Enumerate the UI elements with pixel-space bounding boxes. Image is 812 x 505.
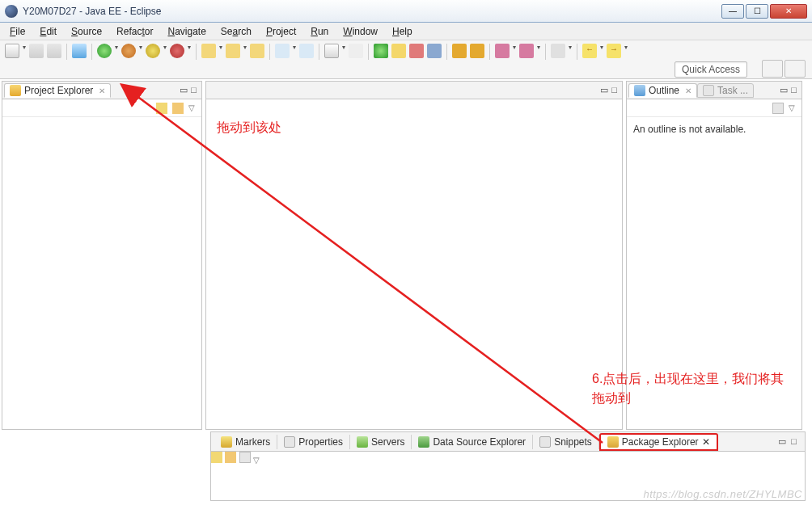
menu-window[interactable]: Window bbox=[336, 24, 384, 39]
package-explorer-tab[interactable]: Package Explorer ✕ bbox=[599, 433, 718, 451]
view-menu-icon[interactable]: ▽ bbox=[188, 103, 195, 112]
new-class-button[interactable] bbox=[226, 44, 240, 58]
view-minimize-button[interactable]: ▭ bbox=[180, 85, 188, 95]
eclipse-icon bbox=[5, 5, 18, 18]
pin-button[interactable] bbox=[551, 44, 565, 58]
watermark: https://blog.csdn.net/ZHYLMBC bbox=[643, 488, 802, 500]
servers-tab[interactable]: Servers bbox=[350, 435, 412, 449]
editor-minimize-button[interactable]: ▭ bbox=[600, 85, 608, 95]
new-package-button[interactable] bbox=[201, 44, 216, 58]
outline-tab[interactable]: Outline ✕ bbox=[628, 83, 697, 98]
view-minimize-button[interactable]: ▭ bbox=[778, 436, 786, 447]
data-source-label: Data Source Explorer bbox=[433, 436, 526, 448]
properties-label: Properties bbox=[298, 436, 343, 448]
task-icon bbox=[703, 85, 714, 96]
properties-tab[interactable]: Properties bbox=[277, 435, 350, 449]
window-title: Y20M07D27 - Java EE - Eclipse bbox=[23, 6, 721, 17]
marker-icon bbox=[221, 436, 232, 448]
markers-tab[interactable]: Markers bbox=[214, 435, 277, 449]
menu-search[interactable]: Search bbox=[214, 24, 258, 39]
new-folder-button[interactable] bbox=[250, 44, 264, 58]
step2-button[interactable] bbox=[470, 44, 484, 58]
main-toolbar: ▾ ▾ ▾ ▾ ▾ ▾ ▾ ▾ ▾ ▾ ▾ ▾ ←▾ →▾ Quick Acce… bbox=[0, 40, 812, 79]
debug-button[interactable] bbox=[121, 44, 136, 58]
breakpoint-button[interactable] bbox=[495, 44, 510, 58]
coverage-button[interactable] bbox=[391, 44, 406, 58]
menu-navigate[interactable]: Navigate bbox=[161, 24, 212, 39]
task-tab-label: Task ... bbox=[717, 85, 748, 96]
menu-source[interactable]: Source bbox=[65, 24, 108, 39]
step-button[interactable] bbox=[452, 44, 467, 58]
annotation-button[interactable] bbox=[349, 44, 363, 58]
project-explorer-body[interactable] bbox=[2, 117, 201, 429]
skip-bp-button[interactable] bbox=[519, 44, 534, 58]
editor-maximize-button[interactable]: □ bbox=[611, 85, 617, 95]
collapse-all-icon[interactable] bbox=[156, 103, 167, 114]
open-perspective-button[interactable] bbox=[762, 60, 783, 78]
open-type-button[interactable] bbox=[275, 44, 290, 58]
open-task-button[interactable] bbox=[299, 44, 314, 58]
view-maximize-button[interactable]: □ bbox=[791, 436, 797, 447]
link-editor-icon[interactable] bbox=[172, 103, 184, 114]
outline-tab-label: Outline bbox=[649, 85, 679, 96]
package-explorer-label: Package Explorer bbox=[622, 436, 699, 448]
menu-project[interactable]: Project bbox=[260, 24, 302, 39]
menu-file[interactable]: File bbox=[3, 24, 32, 39]
outline-sort-icon[interactable] bbox=[772, 103, 784, 114]
view-minimize-button[interactable]: ▭ bbox=[780, 85, 788, 95]
close-icon[interactable]: ✕ bbox=[702, 436, 710, 448]
folder-icon bbox=[10, 85, 21, 96]
close-icon[interactable]: ✕ bbox=[99, 86, 105, 95]
filter-icon[interactable] bbox=[239, 452, 251, 463]
new-button[interactable] bbox=[5, 44, 19, 58]
window-close-button[interactable]: ✕ bbox=[770, 4, 807, 19]
view-menu-icon[interactable]: ▽ bbox=[253, 456, 260, 465]
view-maximize-button[interactable]: □ bbox=[191, 85, 197, 95]
run-last-button[interactable] bbox=[146, 44, 160, 58]
markers-label: Markers bbox=[235, 436, 270, 448]
save-button[interactable] bbox=[29, 44, 44, 58]
window-minimize-button[interactable]: — bbox=[721, 4, 744, 19]
editor-area: ▭ □ bbox=[205, 81, 623, 430]
forward-button[interactable]: → bbox=[607, 44, 621, 58]
project-explorer-tab-label: Project Explorer bbox=[24, 85, 93, 96]
snippets-tab[interactable]: Snippets bbox=[533, 435, 599, 449]
run-external-button[interactable] bbox=[374, 44, 388, 58]
menu-help[interactable]: Help bbox=[386, 24, 419, 39]
save-all-button[interactable] bbox=[47, 44, 61, 58]
quick-access-field[interactable]: Quick Access bbox=[675, 61, 747, 78]
search-button[interactable] bbox=[324, 44, 339, 58]
back-button[interactable]: ← bbox=[582, 44, 597, 58]
snippets-label: Snippets bbox=[554, 436, 592, 448]
editor-body[interactable] bbox=[206, 99, 622, 429]
view-menu-icon[interactable]: ▽ bbox=[789, 103, 795, 112]
build-button[interactable] bbox=[72, 44, 87, 58]
resume-button[interactable] bbox=[427, 44, 442, 58]
database-icon bbox=[418, 436, 429, 448]
window-maximize-button[interactable]: ☐ bbox=[746, 4, 768, 19]
outline-icon bbox=[634, 85, 645, 96]
properties-icon bbox=[284, 436, 295, 448]
terminate-button[interactable] bbox=[409, 44, 424, 58]
run-button[interactable] bbox=[97, 44, 112, 58]
link-editor-icon[interactable] bbox=[225, 452, 236, 463]
menu-bar: File Edit Source Refactor Navigate Searc… bbox=[0, 23, 812, 40]
stop-button[interactable] bbox=[170, 44, 184, 58]
collapse-all-icon[interactable] bbox=[211, 452, 222, 463]
outline-body: An outline is not available. bbox=[627, 117, 801, 429]
view-maximize-button[interactable]: □ bbox=[791, 85, 797, 95]
project-explorer-tab[interactable]: Project Explorer ✕ bbox=[4, 83, 111, 98]
outline-panel: Outline ✕ Task ... ▭ □ ▽ An outline is n… bbox=[626, 81, 802, 430]
javaee-perspective-button[interactable] bbox=[785, 60, 806, 78]
menu-edit[interactable]: Edit bbox=[33, 24, 63, 39]
snippets-icon bbox=[539, 436, 551, 448]
window-titlebar: Y20M07D27 - Java EE - Eclipse — ☐ ✕ bbox=[0, 0, 812, 23]
task-tab[interactable]: Task ... bbox=[697, 83, 754, 98]
close-icon[interactable]: ✕ bbox=[685, 86, 691, 95]
outline-empty-text: An outline is not available. bbox=[633, 124, 746, 135]
menu-run[interactable]: Run bbox=[304, 24, 335, 39]
servers-icon bbox=[357, 436, 368, 448]
package-icon bbox=[607, 436, 619, 448]
data-source-tab[interactable]: Data Source Explorer bbox=[412, 435, 533, 449]
menu-refactor[interactable]: Refactor bbox=[110, 24, 159, 39]
